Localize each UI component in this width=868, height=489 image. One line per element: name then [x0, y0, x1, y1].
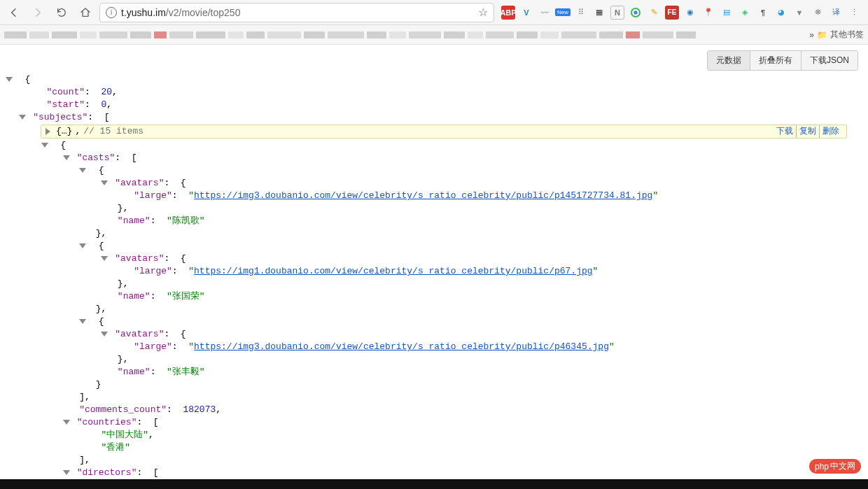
ext-pencil-icon[interactable]: ✎ — [647, 6, 661, 20]
json-key: "directors" — [77, 467, 137, 478]
collapsed-object-label: {…} — [56, 125, 72, 138]
json-url-link[interactable]: https://img3.doubanio.com/view/celebrity… — [194, 190, 652, 201]
json-key: "subjects" — [33, 112, 88, 122]
json-key: "avatars" — [115, 253, 164, 264]
toggle-icon[interactable] — [101, 332, 108, 336]
browser-toolbar: i t.yushu.im/v2/movie/top250 ☆ ABP V 〰 N… — [0, 0, 868, 25]
ext-pilcrow-icon[interactable]: ¶ — [756, 6, 770, 20]
json-number: 182073 — [183, 404, 216, 415]
taskbar — [0, 479, 868, 489]
collapsed-array-row[interactable]: {…}, // 15 items 下载 复制 删除 — [41, 125, 847, 139]
overflow-chevron-icon[interactable]: » — [809, 30, 814, 40]
row-download-link[interactable]: 下载 — [774, 125, 796, 138]
toggle-icon[interactable] — [41, 143, 48, 148]
ext-new-icon[interactable]: New — [556, 6, 570, 20]
json-key: "name" — [118, 291, 150, 302]
forward-button[interactable] — [28, 3, 48, 22]
toggle-icon[interactable] — [63, 420, 70, 425]
ext-n-icon[interactable]: N — [610, 6, 624, 20]
item-count-comment: // 15 items — [83, 125, 144, 138]
toggle-icon[interactable] — [6, 77, 13, 82]
ext-v-icon[interactable]: V — [519, 6, 533, 20]
svg-point-1 — [634, 10, 637, 14]
collapse-all-button[interactable]: 折叠所有 — [750, 51, 801, 70]
row-copy-link[interactable]: 复制 — [796, 125, 819, 138]
json-url-link[interactable]: https://img1.doubanio.com/view/celebrity… — [194, 266, 593, 276]
reload-button[interactable] — [52, 3, 71, 22]
json-key: "countries" — [77, 417, 137, 427]
ext-qr-icon[interactable]: ▦ — [592, 6, 606, 20]
json-action-bar: 元数据 折叠所有 下载JSON — [707, 50, 858, 71]
ext-flower-icon[interactable]: ❋ — [811, 6, 825, 20]
other-bookmarks[interactable]: » 📁 其他书签 — [809, 29, 864, 41]
json-key: "start" — [46, 99, 85, 110]
toggle-icon[interactable] — [79, 319, 86, 324]
json-url-link[interactable]: https://img3.doubanio.com/view/celebrity… — [194, 341, 609, 352]
ext-translate-icon[interactable]: 译 — [829, 6, 843, 20]
json-number: 20 — [101, 87, 112, 97]
json-key: "avatars" — [115, 178, 164, 188]
json-string: "陈凯歌" — [167, 215, 205, 226]
ext-dots-icon[interactable]: ⠿ — [574, 6, 588, 20]
json-string: "张国荣" — [167, 291, 205, 302]
json-string: "香港" — [101, 442, 130, 453]
ext-wave-icon[interactable]: 〰 — [538, 6, 552, 20]
json-key: "comments_count" — [79, 404, 167, 415]
ext-diamond-icon[interactable]: ◈ — [738, 6, 752, 20]
ext-pin-icon[interactable]: 📍 — [701, 6, 715, 20]
json-string: "中国大陆" — [101, 430, 148, 440]
toggle-collapsed-icon[interactable] — [46, 128, 50, 135]
toggle-icon[interactable] — [79, 243, 86, 248]
metadata-button[interactable]: 元数据 — [708, 51, 750, 70]
json-key: "large" — [134, 341, 172, 352]
bookmarks-bar: » 📁 其他书签 — [0, 25, 868, 45]
json-key: "count" — [46, 87, 85, 97]
row-delete-link[interactable]: 删除 — [819, 125, 842, 138]
toggle-icon[interactable] — [79, 168, 86, 173]
php-badge-icon: php 中文网 — [809, 459, 861, 474]
toggle-icon[interactable] — [63, 155, 70, 160]
abp-icon[interactable]: ABP — [501, 6, 515, 20]
toggle-icon[interactable] — [101, 256, 108, 261]
json-key: "large" — [134, 266, 172, 276]
folder-icon: 📁 — [817, 30, 827, 40]
ext-fe-icon[interactable]: FE — [665, 6, 679, 20]
bookmark-star-icon[interactable]: ☆ — [478, 6, 488, 19]
json-key: "name" — [118, 215, 150, 226]
json-key: "large" — [134, 190, 172, 201]
menu-icon[interactable]: ⋮ — [847, 6, 861, 20]
watermark: php 中文网 — [809, 459, 861, 474]
ext-chevdown-icon[interactable]: ▼ — [792, 6, 806, 20]
json-key: "casts" — [77, 153, 115, 163]
site-info-icon[interactable]: i — [106, 7, 117, 18]
ext-globe-icon[interactable]: ◉ — [683, 6, 697, 20]
download-json-button[interactable]: 下载JSON — [801, 51, 858, 70]
toggle-icon[interactable] — [19, 115, 26, 120]
ext-doc-icon[interactable]: ▤ — [720, 6, 734, 20]
back-button[interactable] — [4, 3, 24, 22]
extension-icons: ABP V 〰 New ⠿ ▦ N ✎ FE ◉ 📍 ▤ ◈ ¶ ◕ ▼ ❋ 译… — [498, 6, 864, 20]
json-string: "张丰毅" — [167, 367, 205, 377]
json-key: "name" — [118, 367, 150, 377]
toggle-icon[interactable] — [63, 470, 70, 475]
ext-chrome-icon[interactable] — [629, 6, 643, 20]
json-tree: { "count": 20, "start": 0, "subjects": [… — [3, 73, 865, 476]
row-actions: 下载 复制 删除 — [774, 125, 842, 138]
ext-circle-icon[interactable]: ◕ — [774, 6, 788, 20]
url-bar[interactable]: i t.yushu.im/v2/movie/top250 ☆ — [99, 3, 494, 22]
toggle-icon[interactable] — [101, 180, 108, 185]
other-bookmarks-label: 其他书签 — [830, 29, 864, 41]
home-button[interactable] — [76, 3, 95, 22]
url-text: t.yushu.im/v2/movie/top250 — [121, 7, 240, 18]
json-key: "avatars" — [115, 329, 164, 339]
